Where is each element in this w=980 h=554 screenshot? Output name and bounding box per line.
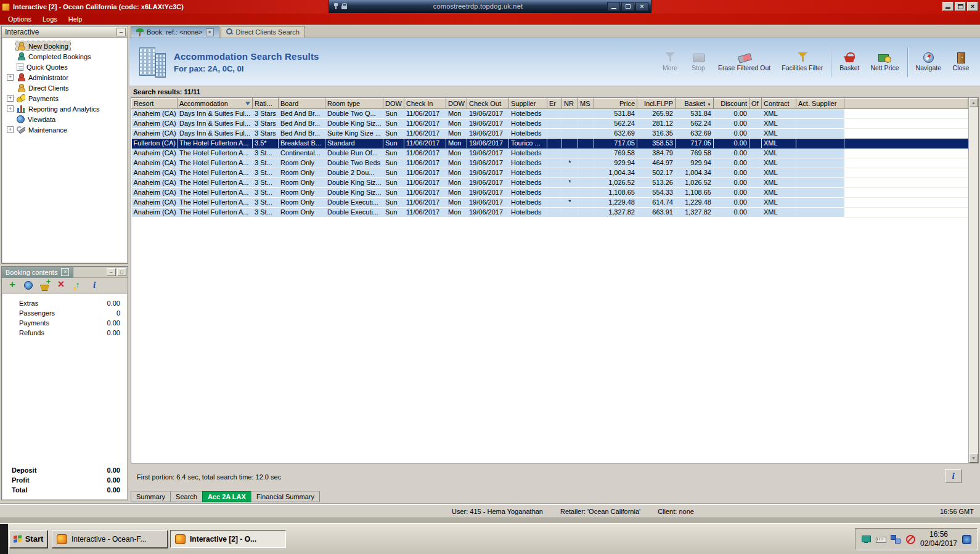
cell-resort[interactable]: Anaheim (CA) bbox=[132, 158, 178, 168]
cell-er[interactable] bbox=[547, 158, 562, 168]
cell-check-out[interactable]: 19/06/2017 bbox=[467, 139, 509, 149]
cell-room-type[interactable]: Double King Siz... bbox=[325, 178, 383, 188]
cell-dow[interactable]: Mon bbox=[446, 119, 467, 129]
cell-incl-fl-pp[interactable]: 316.35 bbox=[637, 129, 676, 139]
cell-room-type[interactable]: Suite King Size ... bbox=[325, 129, 383, 139]
close-icon[interactable]: × bbox=[61, 268, 69, 276]
cell-board[interactable]: Room Only bbox=[279, 198, 325, 208]
cell-resort[interactable]: Anaheim (CA) bbox=[132, 188, 178, 198]
cell-check-in[interactable]: 11/06/2017 bbox=[404, 178, 446, 188]
cell-incl-fl-pp[interactable]: 281.12 bbox=[637, 119, 676, 129]
cell-nr[interactable]: * bbox=[562, 158, 578, 168]
cell-price[interactable]: 929.94 bbox=[594, 158, 637, 168]
table-row[interactable]: Anaheim (CA)The Hotel Fullerton A...3 St… bbox=[132, 178, 968, 188]
cell-dow[interactable]: Sun bbox=[383, 188, 404, 198]
facilities-filter-button[interactable]: Facilities Filter bbox=[776, 49, 828, 75]
cell-dow[interactable]: Sun bbox=[383, 119, 404, 129]
column-header-room-type[interactable]: Room type bbox=[325, 99, 383, 109]
cell-contract[interactable]: XML bbox=[762, 168, 796, 178]
cell-accommodation[interactable]: The Hotel Fullerton A... bbox=[178, 158, 253, 168]
cell-dow[interactable]: Mon bbox=[446, 168, 467, 178]
cell-accommodation[interactable]: The Hotel Fullerton A... bbox=[178, 139, 253, 149]
cell-ms[interactable] bbox=[578, 119, 594, 129]
cell-check-out[interactable]: 19/06/2017 bbox=[467, 158, 509, 168]
cell-contract[interactable]: XML bbox=[762, 119, 796, 129]
column-header-resort[interactable]: Resort bbox=[132, 99, 178, 109]
cell-price[interactable]: 1,026.52 bbox=[594, 178, 637, 188]
cell-rati[interactable]: 3 St... bbox=[253, 178, 279, 188]
cell-ms[interactable] bbox=[578, 188, 594, 198]
cell-supplier[interactable]: Hotelbeds bbox=[509, 149, 547, 158]
cell-nr[interactable] bbox=[562, 208, 578, 218]
cell-basket[interactable]: 1,026.52 bbox=[676, 178, 714, 188]
cell-act-supplier[interactable] bbox=[796, 178, 844, 188]
table-row[interactable]: Anaheim (CA)The Hotel Fullerton A...3 St… bbox=[132, 149, 968, 158]
cell-ms[interactable] bbox=[578, 109, 594, 119]
cell-incl-fl-pp[interactable]: 614.74 bbox=[637, 198, 676, 208]
cell-act-supplier[interactable] bbox=[796, 129, 844, 139]
cell-board[interactable]: Room Only bbox=[279, 158, 325, 168]
cell-resort[interactable]: Anaheim (CA) bbox=[132, 208, 178, 218]
cell-room-type[interactable]: Standard bbox=[325, 139, 383, 149]
cell-dow[interactable]: Mon bbox=[446, 188, 467, 198]
cell-price[interactable]: 769.58 bbox=[594, 149, 637, 158]
nett-price-button[interactable]: Nett Price bbox=[865, 49, 904, 75]
cell-basket[interactable]: 717.05 bbox=[676, 139, 714, 149]
cell-er[interactable] bbox=[547, 178, 562, 188]
sidebar-item-direct-clients[interactable]: Direct Clients bbox=[2, 83, 127, 93]
cell-of[interactable] bbox=[749, 139, 762, 149]
cell-dow[interactable]: Sun bbox=[383, 158, 404, 168]
cell-accommodation[interactable]: The Hotel Fullerton A... bbox=[178, 168, 253, 178]
column-header-dow[interactable]: DOW bbox=[383, 99, 404, 109]
column-header-price[interactable]: Price bbox=[594, 99, 637, 109]
display-icon[interactable] bbox=[861, 534, 871, 544]
keyboard-icon[interactable] bbox=[876, 534, 886, 544]
table-row[interactable]: Anaheim (CA)The Hotel Fullerton A...3 St… bbox=[132, 168, 968, 178]
cell-accommodation[interactable]: Days Inn & Suites Ful... bbox=[178, 119, 253, 129]
rdp-minimize-button[interactable] bbox=[607, 2, 620, 11]
cell-dow[interactable]: Sun bbox=[383, 198, 404, 208]
close-button[interactable]: Close bbox=[947, 49, 975, 75]
vertical-scrollbar[interactable]: ▲ ▼ bbox=[968, 98, 978, 463]
cell-nr[interactable] bbox=[562, 129, 578, 139]
network-icon[interactable] bbox=[891, 534, 900, 544]
sidebar-item-reporting-and-analytics[interactable]: +Reporting and Analytics bbox=[2, 104, 127, 114]
info-button[interactable]: i bbox=[945, 469, 962, 483]
panel-maximize-button[interactable]: □ bbox=[117, 268, 126, 276]
column-header-incl-fl-pp[interactable]: Incl.Fl.PP bbox=[637, 99, 676, 109]
cell-rati[interactable]: 3.5* bbox=[253, 139, 279, 149]
cell-check-out[interactable]: 19/06/2017 bbox=[467, 208, 509, 218]
maximize-button[interactable] bbox=[955, 2, 966, 11]
cell-accommodation[interactable]: The Hotel Fullerton A... bbox=[178, 178, 253, 188]
cell-dow[interactable]: Sun bbox=[383, 178, 404, 188]
cell-dow[interactable]: Sun bbox=[383, 129, 404, 139]
cell-basket[interactable]: 1,229.48 bbox=[676, 198, 714, 208]
cell-discount[interactable]: 0.00 bbox=[714, 149, 749, 158]
menu-options[interactable]: Options bbox=[2, 14, 37, 24]
info-icon[interactable] bbox=[89, 280, 99, 290]
cell-price[interactable]: 632.69 bbox=[594, 129, 637, 139]
cell-act-supplier[interactable] bbox=[796, 149, 844, 158]
table-row[interactable]: Anaheim (CA)The Hotel Fullerton A...3 St… bbox=[132, 158, 968, 168]
cell-supplier[interactable]: Hotelbeds bbox=[509, 188, 547, 198]
cell-check-in[interactable]: 11/06/2017 bbox=[404, 129, 446, 139]
start-button[interactable]: Start bbox=[9, 530, 47, 548]
column-header-supplier[interactable]: Supplier bbox=[509, 99, 547, 109]
cell-resort[interactable]: Anaheim (CA) bbox=[132, 198, 178, 208]
cell-board[interactable]: Room Only bbox=[279, 168, 325, 178]
cell-accommodation[interactable]: The Hotel Fullerton A... bbox=[178, 198, 253, 208]
column-header-of[interactable]: Of bbox=[749, 99, 762, 109]
cell-er[interactable] bbox=[547, 139, 562, 149]
cell-board[interactable]: Room Only bbox=[279, 178, 325, 188]
cell-board[interactable]: Bed And Br... bbox=[279, 119, 325, 129]
cell-price[interactable]: 1,004.34 bbox=[594, 168, 637, 178]
cell-accommodation[interactable]: The Hotel Fullerton A... bbox=[178, 188, 253, 198]
cell-supplier[interactable]: Hotelbeds bbox=[509, 208, 547, 218]
cell-er[interactable] bbox=[547, 149, 562, 158]
scroll-down-arrow[interactable]: ▼ bbox=[969, 454, 978, 463]
cell-dow[interactable]: Mon bbox=[446, 149, 467, 158]
cell-incl-fl-pp[interactable]: 464.97 bbox=[637, 158, 676, 168]
cell-board[interactable]: Continental... bbox=[279, 149, 325, 158]
cell-dow[interactable]: Sun bbox=[383, 168, 404, 178]
cell-resort[interactable]: Anaheim (CA) bbox=[132, 149, 178, 158]
